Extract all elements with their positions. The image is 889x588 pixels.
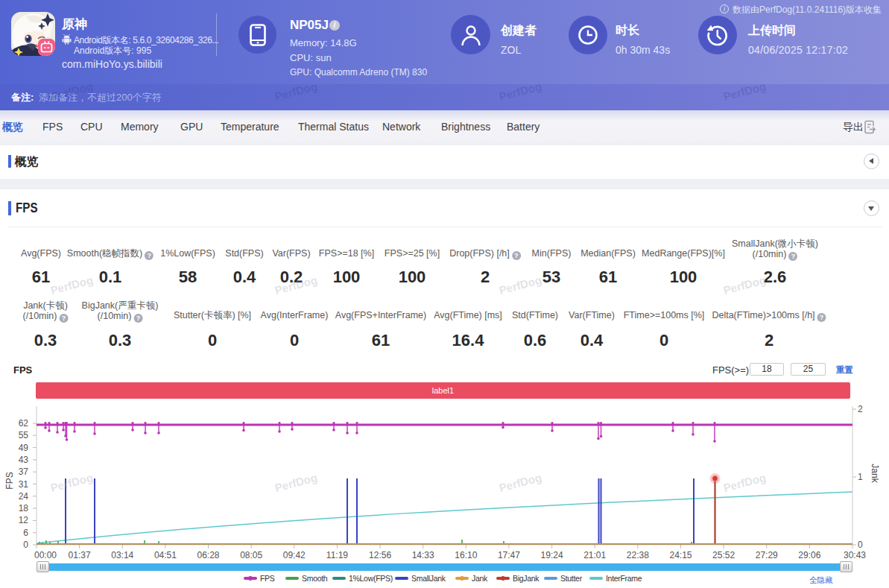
svg-text:49: 49 bbox=[19, 443, 29, 453]
svg-text:00:00: 00:00 bbox=[34, 550, 57, 560]
svg-text:31: 31 bbox=[19, 479, 29, 490]
svg-text:0: 0 bbox=[23, 540, 28, 550]
svg-text:30:43: 30:43 bbox=[844, 550, 866, 560]
svg-text:08:05: 08:05 bbox=[240, 550, 262, 560]
svg-text:37: 37 bbox=[19, 467, 29, 477]
svg-text:FPS: FPS bbox=[4, 472, 15, 489]
svg-text:24: 24 bbox=[19, 491, 29, 502]
svg-text:17:47: 17:47 bbox=[498, 550, 520, 560]
svg-text:Jank: Jank bbox=[870, 464, 880, 483]
svg-text:01:37: 01:37 bbox=[69, 550, 91, 560]
svg-text:19:24: 19:24 bbox=[541, 550, 563, 560]
svg-text:12:56: 12:56 bbox=[369, 550, 391, 560]
svg-text:11:19: 11:19 bbox=[326, 550, 348, 560]
svg-text:03:14: 03:14 bbox=[111, 550, 133, 560]
svg-text:21:01: 21:01 bbox=[583, 550, 606, 560]
svg-text:16:10: 16:10 bbox=[455, 550, 477, 560]
svg-text:06:28: 06:28 bbox=[197, 550, 220, 560]
svg-text:2: 2 bbox=[858, 404, 863, 414]
svg-text:24:15: 24:15 bbox=[669, 550, 692, 560]
svg-text:1: 1 bbox=[858, 472, 863, 482]
svg-text:6: 6 bbox=[23, 528, 28, 538]
svg-text:43: 43 bbox=[19, 455, 29, 465]
svg-text:0: 0 bbox=[858, 540, 863, 550]
svg-text:09:42: 09:42 bbox=[283, 550, 306, 560]
svg-text:55: 55 bbox=[19, 430, 29, 440]
svg-text:25:52: 25:52 bbox=[712, 550, 735, 560]
svg-text:04:51: 04:51 bbox=[154, 550, 177, 560]
svg-text:29:06: 29:06 bbox=[798, 550, 820, 560]
svg-text:22:38: 22:38 bbox=[627, 550, 649, 560]
svg-text:14:33: 14:33 bbox=[412, 550, 434, 560]
svg-text:27:29: 27:29 bbox=[756, 550, 778, 560]
svg-text:18: 18 bbox=[19, 503, 29, 513]
svg-text:12: 12 bbox=[19, 515, 29, 525]
svg-text:62: 62 bbox=[19, 418, 29, 429]
